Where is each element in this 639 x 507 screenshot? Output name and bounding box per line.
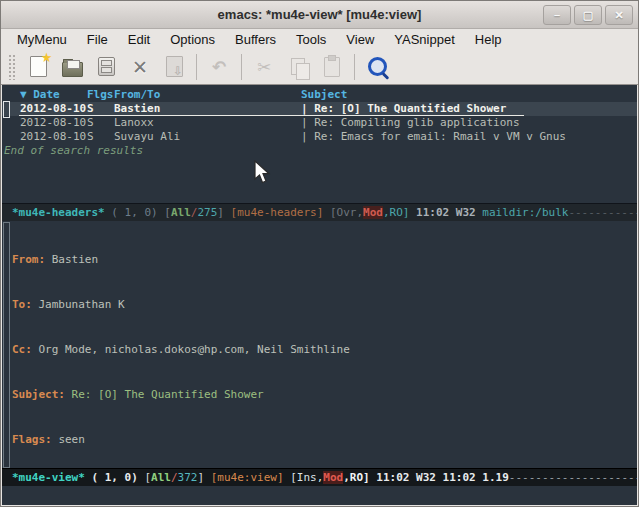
menu-options[interactable]: Options bbox=[160, 32, 225, 47]
field-to: To: Jambunathan K bbox=[2, 297, 637, 312]
message-view[interactable]: From: Bastien To: Jambunathan K Cc: Org … bbox=[2, 222, 637, 468]
field-label: Flags: bbox=[12, 433, 52, 446]
modeline-readonly-flag[interactable]: ,RO] bbox=[383, 206, 416, 219]
row-from: Suvayu Ali bbox=[114, 130, 301, 144]
close-buffer-button[interactable]: ✕ bbox=[125, 53, 155, 81]
menu-file[interactable]: File bbox=[77, 32, 118, 47]
modeline-bracket: ] bbox=[217, 206, 230, 219]
menu-tools[interactable]: Tools bbox=[286, 32, 336, 47]
view-scrollbar-thumb[interactable] bbox=[3, 222, 10, 468]
modeline-major-mode[interactable]: [mu4e-headers] bbox=[231, 206, 330, 219]
field-label: From: bbox=[12, 253, 45, 266]
field-value: seen bbox=[58, 433, 85, 446]
row-flags: S bbox=[87, 116, 114, 130]
title-bar[interactable]: emacs: *mu4e-view* [mu4e:view] – ▢ ✕ bbox=[1, 1, 638, 29]
paste-icon bbox=[324, 57, 340, 77]
modeline-buffer-name: *mu4e-view* bbox=[12, 471, 85, 484]
copy-button bbox=[283, 53, 313, 81]
window-controls: – ▢ ✕ bbox=[543, 5, 633, 25]
field-flags: Flags: seen bbox=[2, 432, 637, 447]
modeline-count: 372 bbox=[178, 471, 198, 484]
modeline-filler: ------------------------ bbox=[509, 471, 637, 484]
header-row[interactable]: 2012-08-10 S Suvayu Ali | Re: Emacs for … bbox=[2, 130, 637, 144]
modeline-buffer-name: *mu4e-headers* bbox=[12, 206, 105, 219]
menu-mymenu[interactable]: MyMenu bbox=[7, 32, 77, 47]
row-from: Lanoxx bbox=[114, 116, 301, 130]
field-subject: Subject: Re: [O] The Quantified Shower bbox=[2, 387, 637, 402]
modeline-scroll-all: All bbox=[171, 206, 191, 219]
down-arrow-icon: ⇩ bbox=[173, 64, 183, 78]
minibuffer[interactable] bbox=[2, 486, 637, 505]
emacs-window: emacs: *mu4e-view* [mu4e:view] – ▢ ✕ MyM… bbox=[0, 0, 639, 507]
new-file-icon: ★ bbox=[30, 56, 47, 77]
modeline-load: 11:02 1.19 bbox=[443, 471, 509, 484]
window-title: emacs: *mu4e-view* [mu4e:view] bbox=[218, 7, 422, 22]
cut-icon: ✂ bbox=[257, 57, 271, 77]
maximize-button[interactable]: ▢ bbox=[574, 5, 602, 25]
column-date[interactable]: ▼ Date bbox=[2, 87, 87, 102]
modeline-bracket: ] bbox=[197, 471, 210, 484]
row-flags: S bbox=[87, 130, 114, 144]
end-of-results-text: End of search results bbox=[2, 144, 143, 158]
field-label: To: bbox=[12, 298, 32, 311]
field-value: Jambunathan K bbox=[39, 298, 125, 311]
menu-bar: MyMenu File Edit Options Buffers Tools V… bbox=[1, 29, 638, 49]
field-value: Bastien bbox=[52, 253, 98, 266]
column-from[interactable]: From/To bbox=[114, 87, 301, 102]
open-file-button[interactable] bbox=[57, 53, 87, 81]
modeline-readonly-flag[interactable]: ,RO] bbox=[343, 471, 376, 484]
modeline-clock: 11:02 W32 bbox=[416, 206, 482, 219]
column-flags[interactable]: Flgs bbox=[87, 87, 114, 102]
menu-yasnippet[interactable]: YASnippet bbox=[384, 32, 464, 47]
headers-scrollbar-thumb[interactable] bbox=[3, 101, 10, 118]
menu-edit[interactable]: Edit bbox=[118, 32, 160, 47]
row-subject: | Re: [O] The Quantified Shower bbox=[301, 102, 637, 116]
menu-view[interactable]: View bbox=[336, 32, 384, 47]
cut-button: ✂ bbox=[249, 53, 279, 81]
header-row[interactable]: 2012-08-10 S Lanoxx | Re: Compiling glib… bbox=[2, 116, 637, 130]
close-button[interactable]: ✕ bbox=[605, 5, 633, 25]
view-mode-line[interactable]: *mu4e-view* ( 1, 0) [All/372] [mu4e:view… bbox=[2, 468, 637, 487]
field-label: Subject: bbox=[12, 388, 65, 401]
headers-column-row[interactable]: ▼ Date Flgs From/To Subject bbox=[2, 87, 637, 102]
field-value: Re: [O] The Quantified Shower bbox=[72, 388, 264, 401]
toolbar-separator bbox=[241, 54, 242, 80]
modeline-maildir: maildir:/bulk bbox=[482, 206, 568, 219]
modeline-modified-flag[interactable]: Mod bbox=[363, 206, 383, 219]
search-button[interactable] bbox=[362, 53, 392, 81]
header-row-selected[interactable]: 2012-08-10 S Bastien | Re: [O] The Quant… bbox=[2, 102, 637, 116]
row-subject: | Re: Compiling glib applications bbox=[301, 116, 637, 130]
field-from: From: Bastien bbox=[2, 252, 637, 267]
headers-mode-line[interactable]: *mu4e-headers* ( 1, 0) [All/275] [mu4e-h… bbox=[2, 203, 637, 221]
open-file-icon bbox=[62, 62, 83, 77]
column-subject[interactable]: Subject bbox=[301, 87, 637, 102]
menu-buffers[interactable]: Buffers bbox=[225, 32, 286, 47]
undo-button: ↶ bbox=[204, 53, 234, 81]
field-cc: Cc: Org Mode, nicholas.dokos@hp.com, Nei… bbox=[2, 342, 637, 357]
save-button[interactable] bbox=[91, 53, 121, 81]
close-buffer-icon: ✕ bbox=[132, 56, 148, 78]
new-file-button[interactable]: ★ bbox=[23, 53, 53, 81]
modeline-filler: --------------------- bbox=[568, 206, 637, 219]
modeline-state: [Ins, bbox=[290, 471, 323, 484]
copy-icon bbox=[291, 58, 305, 75]
modeline-bracket: [ bbox=[164, 206, 171, 219]
star-icon: ★ bbox=[41, 50, 53, 65]
menu-help[interactable]: Help bbox=[465, 32, 512, 47]
modeline-clock: 11:02 W32 bbox=[376, 471, 442, 484]
modeline-modified-flag[interactable]: Mod bbox=[323, 471, 343, 484]
row-subject: | Re: Emacs for email: Rmail v VM v Gnus bbox=[301, 130, 637, 144]
modeline-state: [Ovr, bbox=[330, 206, 363, 219]
modeline-scroll-all: All bbox=[151, 471, 171, 484]
modeline-position: ( 1, 0) bbox=[85, 471, 145, 484]
toolbar-separator bbox=[354, 54, 355, 80]
minimize-button[interactable]: – bbox=[543, 5, 571, 25]
row-date: 2012-08-10 bbox=[2, 102, 87, 116]
toolbar-separator bbox=[196, 54, 197, 80]
modeline-major-mode[interactable]: [mu4e:view] bbox=[211, 471, 290, 484]
toolbar-grip[interactable] bbox=[8, 54, 17, 80]
field-label: Cc: bbox=[12, 343, 32, 356]
row-from: Bastien bbox=[114, 102, 301, 116]
tool-bar: ★ ✕ ⇩ ↶ ✂ bbox=[1, 49, 638, 85]
search-icon bbox=[368, 57, 387, 76]
